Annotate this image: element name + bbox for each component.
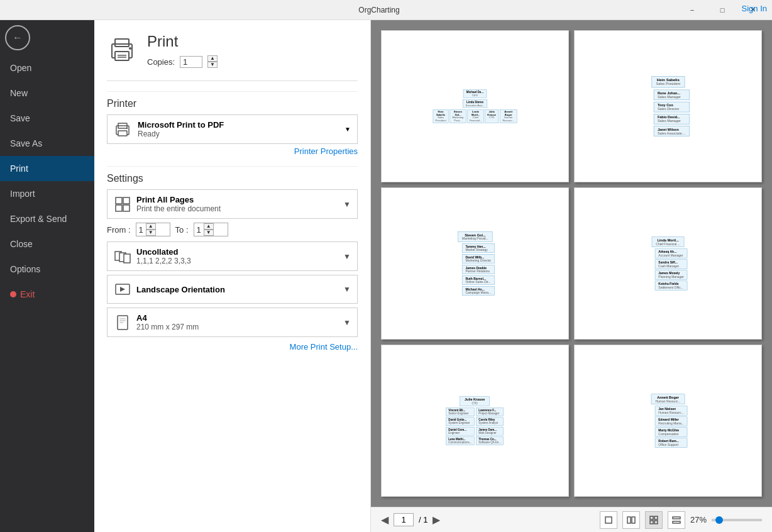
print-icon xyxy=(107,35,137,65)
print-range-setting[interactable]: Print All Pages Print the entire documen… xyxy=(107,189,358,219)
preview-page-3[interactable]: Steven Gol...Marketing Presid... Tammy H… xyxy=(381,187,569,340)
svg-rect-10 xyxy=(116,197,122,204)
from-down[interactable]: ▼ xyxy=(146,230,156,236)
print-range-sub: Print the entire document xyxy=(136,204,221,213)
to-label: To : xyxy=(175,225,189,235)
from-label: From : xyxy=(107,225,131,235)
settings-section-title: Settings xyxy=(107,166,358,184)
copies-down[interactable]: ▼ xyxy=(207,62,218,68)
view-single-button[interactable] xyxy=(600,511,617,529)
to-input[interactable]: 1 xyxy=(194,224,204,236)
page-input[interactable] xyxy=(394,513,414,526)
svg-rect-26 xyxy=(650,516,653,519)
collate-sub: 1,1,1 2,2,2 3,3,3 xyxy=(136,257,191,265)
printer-section-title: Printer xyxy=(107,91,358,109)
svg-rect-8 xyxy=(118,131,127,136)
orientation-icon xyxy=(114,280,131,298)
maximize-button[interactable]: □ xyxy=(708,0,737,20)
preview-page-5[interactable]: Julie KrauseCTO Vincent Bli...Senior Eng… xyxy=(381,345,569,497)
sidebar: ← Open New Save Save As Print Import Exp… xyxy=(0,20,94,532)
orientation-setting[interactable]: Landscape Orientation ▼ xyxy=(107,275,358,304)
collate-arrow: ▼ xyxy=(343,252,351,261)
page-size-arrow: ▼ xyxy=(343,318,351,327)
sidebar-item-export[interactable]: Export & Send xyxy=(0,206,94,231)
from-up[interactable]: ▲ xyxy=(146,223,156,230)
preview-page-2[interactable]: Hein SabelisSales President Rune Johan..… xyxy=(574,30,762,182)
preview-page-6[interactable]: Annett BogerHuman Resourc... Jan Nielsen… xyxy=(574,345,762,497)
print-title: Print xyxy=(147,33,218,50)
app-title: OrgCharting xyxy=(80,6,678,14)
copies-label: Copies: xyxy=(147,57,175,67)
svg-rect-1 xyxy=(115,39,129,47)
from-input[interactable]: 1 xyxy=(136,224,146,236)
svg-rect-28 xyxy=(650,521,653,524)
prev-page-button[interactable]: ◀ xyxy=(381,514,389,526)
svg-rect-27 xyxy=(654,516,658,519)
svg-rect-31 xyxy=(673,521,680,523)
printer-status: Ready xyxy=(138,130,224,138)
svg-rect-13 xyxy=(123,205,130,211)
exit-icon xyxy=(10,291,16,297)
orientation-label: Landscape Orientation xyxy=(136,285,225,294)
pagination: ◀ / 1 ▶ xyxy=(381,513,440,526)
copies-spinner[interactable]: ▲ ▼ xyxy=(207,55,218,68)
next-page-button[interactable]: ▶ xyxy=(433,514,440,526)
view-grid-button[interactable] xyxy=(645,511,663,529)
svg-rect-24 xyxy=(627,517,631,523)
sidebar-item-save[interactable]: Save xyxy=(0,106,94,131)
sidebar-item-open[interactable]: Open xyxy=(0,55,94,80)
sidebar-item-new[interactable]: New xyxy=(0,80,94,106)
printer-device-icon xyxy=(114,121,131,138)
svg-rect-25 xyxy=(632,517,635,523)
svg-point-3 xyxy=(129,47,131,50)
to-up[interactable]: ▲ xyxy=(204,223,214,230)
copies-input[interactable]: 1 xyxy=(180,56,202,68)
svg-rect-12 xyxy=(123,197,130,204)
view-two-button[interactable] xyxy=(622,511,640,529)
svg-rect-30 xyxy=(673,517,680,519)
collate-icon xyxy=(114,248,131,265)
print-range-arrow: ▼ xyxy=(343,200,351,209)
collate-setting[interactable]: Uncollated 1,1,1 2,2,2 3,3,3 ▼ xyxy=(107,241,358,271)
svg-rect-2 xyxy=(115,52,129,60)
sidebar-item-close[interactable]: Close xyxy=(0,231,94,257)
back-button[interactable]: ← xyxy=(5,25,30,50)
zoom-slider[interactable] xyxy=(712,519,762,521)
page-size-sub: 210 mm x 297 mm xyxy=(136,323,199,331)
svg-rect-11 xyxy=(116,205,122,211)
svg-rect-29 xyxy=(654,521,658,524)
print-range-icon xyxy=(114,196,131,213)
total-pages: / 1 xyxy=(419,515,427,524)
preview-page-1[interactable]: Michael De... CEO Linda Steres Executive… xyxy=(381,30,569,182)
printer-select[interactable]: Microsoft Print to PDF Ready ▼ xyxy=(107,114,358,144)
printer-properties-link[interactable]: Printer Properties xyxy=(107,147,358,156)
preview-page-4[interactable]: Linda Mortl...Chief Financial ... Atheeq… xyxy=(574,187,762,340)
page-size-label: A4 xyxy=(136,313,199,323)
more-setup-link[interactable]: More Print Setup... xyxy=(107,342,358,352)
zoom-controls: 27% xyxy=(600,511,762,529)
signin-button[interactable]: Sign In xyxy=(742,4,767,13)
collate-label: Uncollated xyxy=(136,247,191,257)
sidebar-item-import[interactable]: Import xyxy=(0,181,94,206)
svg-marker-18 xyxy=(120,287,125,292)
view-list-button[interactable] xyxy=(668,511,685,529)
page-size-setting[interactable]: A4 210 mm x 297 mm ▼ xyxy=(107,308,358,337)
orientation-arrow: ▼ xyxy=(343,285,351,294)
to-down[interactable]: ▼ xyxy=(204,230,214,236)
from-to-row: From : 1 ▲ ▼ To : 1 ▲ ▼ xyxy=(107,223,358,236)
preview-area: Michael De... CEO Linda Steres Executive… xyxy=(371,20,772,532)
svg-rect-16 xyxy=(124,254,130,263)
settings-panel: Print Copies: 1 ▲ ▼ xyxy=(94,20,371,532)
sidebar-item-print[interactable]: Print xyxy=(0,156,94,181)
sidebar-item-options[interactable]: Options xyxy=(0,257,94,282)
copies-up[interactable]: ▲ xyxy=(207,55,218,62)
zoom-label: 27% xyxy=(690,515,707,524)
svg-point-9 xyxy=(126,127,128,128)
preview-grid: Michael De... CEO Linda Steres Executive… xyxy=(371,20,772,507)
sidebar-item-saveas[interactable]: Save As xyxy=(0,131,94,156)
bottom-bar: ◀ / 1 ▶ xyxy=(371,507,772,532)
minimize-button[interactable]: − xyxy=(678,0,707,20)
sidebar-item-exit[interactable]: Exit xyxy=(0,282,94,307)
page-size-icon xyxy=(114,314,131,331)
printer-name: Microsoft Print to PDF xyxy=(138,120,224,130)
